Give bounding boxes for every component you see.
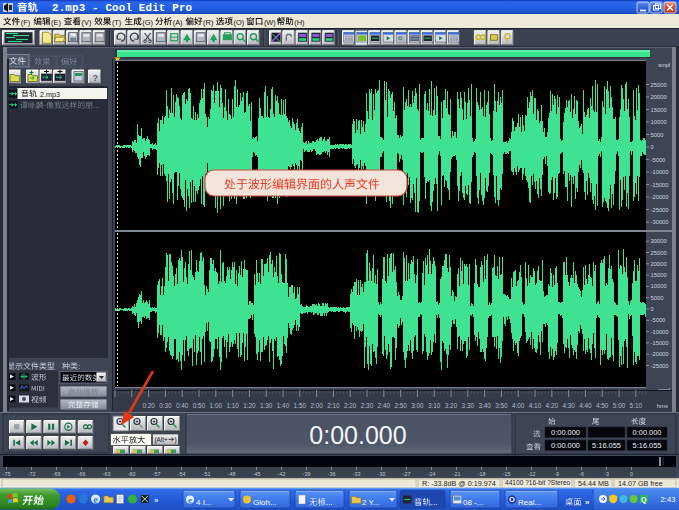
svg-text:4:10: 4:10	[529, 402, 542, 409]
svg-text:(A): (A)	[173, 18, 183, 27]
svg-text:4:30: 4:30	[562, 402, 575, 409]
svg-text:-42: -42	[278, 471, 286, 477]
svg-text:hms: hms	[657, 403, 668, 409]
svg-text:-20000: -20000	[651, 351, 669, 357]
svg-text:1:00: 1:00	[210, 402, 223, 409]
svg-text:4:20: 4:20	[546, 402, 559, 409]
svg-text:2:20: 2:20	[344, 402, 357, 409]
svg-text:14.07 GB free: 14.07 GB free	[618, 479, 663, 488]
svg-text:(Alt+: (Alt+	[155, 436, 168, 444]
svg-text:15000: 15000	[651, 107, 667, 113]
svg-text:-51: -51	[203, 471, 211, 477]
svg-text:15000: 15000	[651, 272, 667, 278]
svg-text:2:40: 2:40	[378, 402, 391, 409]
svg-text:(E): (E)	[51, 18, 61, 27]
svg-text:-15: -15	[503, 471, 511, 477]
svg-text:-9: -9	[554, 471, 559, 477]
svg-text:0:30: 0:30	[159, 402, 172, 409]
svg-text:»: »	[154, 496, 159, 505]
svg-text:5:00: 5:00	[613, 402, 626, 409]
svg-text:Q: Q	[641, 496, 647, 504]
svg-text:3:10: 3:10	[428, 402, 441, 409]
svg-text:-27: -27	[403, 471, 411, 477]
svg-text:-36: -36	[328, 471, 336, 477]
svg-text:3:20: 3:20	[445, 402, 458, 409]
svg-text:20000: 20000	[651, 94, 667, 100]
svg-text:(F): (F)	[21, 18, 30, 27]
svg-text:3:50: 3:50	[495, 402, 508, 409]
svg-text:e: e	[93, 494, 98, 505]
svg-text:Gloh...: Gloh...	[253, 498, 277, 507]
svg-text:0:00.000: 0:00.000	[633, 428, 662, 437]
svg-text:-6: -6	[579, 471, 584, 477]
svg-text:5000: 5000	[651, 132, 664, 138]
svg-text:10000: 10000	[651, 119, 667, 125]
svg-text:10000: 10000	[651, 283, 667, 289]
svg-text:25000: 25000	[651, 82, 667, 88]
svg-text:-69: -69	[53, 471, 61, 477]
svg-text:-12: -12	[528, 471, 536, 477]
svg-text:-10000: -10000	[651, 169, 669, 175]
svg-text:?: ?	[93, 73, 99, 83]
svg-text:-10000: -10000	[651, 329, 669, 335]
svg-text:0: 0	[651, 144, 654, 150]
svg-text:-72: -72	[28, 471, 36, 477]
svg-text:20000: 20000	[651, 261, 667, 267]
svg-text:-3: -3	[604, 471, 609, 477]
svg-text:1:20: 1:20	[243, 402, 256, 409]
svg-text:(T): (T)	[112, 18, 121, 27]
svg-text:-5000: -5000	[651, 157, 666, 163]
svg-text:2:00: 2:00	[310, 402, 323, 409]
svg-text:-48: -48	[228, 471, 236, 477]
svg-text:-33: -33	[353, 471, 361, 477]
svg-text:0:00.000: 0:00.000	[551, 441, 580, 450]
svg-text:-30000: -30000	[651, 219, 669, 225]
svg-text:-63: -63	[103, 471, 111, 477]
svg-text:2.mp3: 2.mp3	[40, 90, 60, 99]
svg-text:0:40: 0:40	[176, 402, 189, 409]
svg-text:(O): (O)	[234, 18, 245, 27]
svg-text:2:30: 2:30	[361, 402, 374, 409]
svg-text:-18: -18	[478, 471, 486, 477]
svg-text:-21: -21	[453, 471, 461, 477]
svg-text:-39: -39	[303, 471, 311, 477]
svg-text:2:10: 2:10	[327, 402, 340, 409]
svg-text:2 Y...: 2 Y...	[362, 498, 380, 507]
svg-text:(W): (W)	[264, 18, 276, 27]
svg-text:5:16.055: 5:16.055	[592, 441, 621, 450]
svg-text:(H): (H)	[294, 18, 304, 27]
svg-text:(V): (V)	[82, 18, 92, 27]
svg-text:-5000: -5000	[651, 317, 666, 323]
svg-text:54.44 MB: 54.44 MB	[578, 479, 609, 488]
svg-text:3:00: 3:00	[411, 402, 424, 409]
svg-text:-25000: -25000	[651, 207, 669, 213]
svg-text:0: 0	[651, 306, 654, 312]
svg-text:4:50: 4:50	[596, 402, 609, 409]
svg-text:O: O	[509, 495, 515, 504]
svg-text:1:40: 1:40	[277, 402, 290, 409]
svg-text:0:00.000: 0:00.000	[551, 428, 580, 437]
svg-text:0:20: 0:20	[142, 402, 155, 409]
svg-text:-60: -60	[128, 471, 136, 477]
svg-text:Real...: Real...	[518, 498, 541, 507]
svg-text:2:50: 2:50	[394, 402, 407, 409]
svg-text:5:10: 5:10	[630, 402, 643, 409]
svg-text:4 I...: 4 I...	[196, 498, 212, 507]
svg-text:-20000: -20000	[651, 194, 669, 200]
svg-text:4:40: 4:40	[579, 402, 592, 409]
svg-text:-25000: -25000	[651, 363, 669, 369]
svg-text:-30: -30	[378, 471, 386, 477]
svg-text:): )	[175, 436, 177, 444]
svg-text:3:40: 3:40	[478, 402, 491, 409]
svg-text:smpl: smpl	[658, 62, 670, 68]
svg-text:1:30: 1:30	[260, 402, 273, 409]
svg-text:2:43: 2:43	[661, 495, 676, 504]
svg-text:-15000: -15000	[651, 340, 669, 346]
svg-text:2.mp3 - Cool Edit Pro: 2.mp3 - Cool Edit Pro	[52, 2, 192, 14]
svg-text:1:50: 1:50	[294, 402, 307, 409]
svg-text:(G): (G)	[142, 18, 153, 27]
svg-text:-45: -45	[253, 471, 261, 477]
svg-text:08 -...: 08 -...	[463, 498, 483, 507]
svg-text:-57: -57	[153, 471, 161, 477]
svg-text:(R): (R)	[203, 18, 213, 27]
